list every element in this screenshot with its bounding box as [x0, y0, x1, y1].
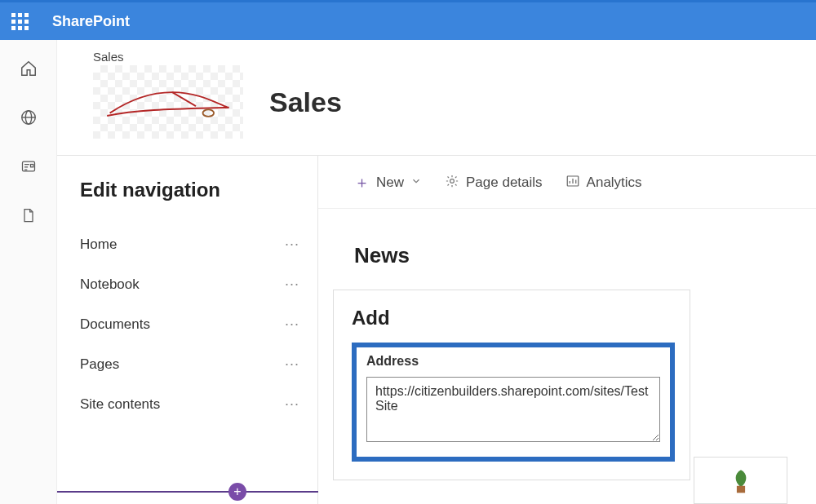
add-nav-item-button[interactable]: +: [228, 483, 246, 501]
news-icon[interactable]: [20, 157, 38, 175]
new-label: New: [376, 175, 404, 191]
ellipsis-icon[interactable]: ···: [285, 316, 299, 333]
address-input[interactable]: [366, 377, 660, 442]
nav-item-label: Site contents: [80, 396, 160, 413]
chart-icon: [565, 174, 580, 192]
nav-item-site-contents[interactable]: Site contents ···: [80, 384, 299, 424]
globe-icon[interactable]: [20, 108, 38, 126]
news-heading: News: [318, 209, 816, 290]
edit-navigation-panel: Edit navigation Home ··· Notebook ··· Do…: [57, 156, 318, 504]
ellipsis-icon[interactable]: ···: [285, 276, 299, 293]
svg-rect-3: [30, 165, 33, 167]
app-name-label[interactable]: SharePoint: [52, 13, 130, 30]
page-details-label: Page details: [466, 175, 543, 191]
address-highlight: Address: [352, 343, 675, 462]
svg-rect-7: [736, 486, 744, 493]
add-card-title: Add: [352, 307, 675, 329]
page-details-button[interactable]: Page details: [445, 174, 543, 192]
ellipsis-icon[interactable]: ···: [285, 356, 299, 373]
address-label: Address: [366, 354, 660, 369]
home-icon[interactable]: [20, 60, 38, 77]
app-launcher-button[interactable]: [0, 2, 39, 40]
nav-insert-line: [57, 491, 318, 493]
chevron-down-icon: [410, 175, 422, 191]
site-logo[interactable]: [93, 65, 243, 139]
svg-point-5: [450, 179, 455, 183]
plus-icon: +: [233, 485, 241, 498]
site-header: Sales Sales: [57, 40, 816, 156]
analytics-label: Analytics: [587, 175, 642, 191]
nav-item-label: Pages: [80, 356, 119, 373]
nav-item-label: Home: [80, 237, 117, 253]
nav-item-label: Notebook: [80, 276, 140, 293]
site-breadcrumb: Sales: [93, 50, 816, 64]
waffle-icon: [11, 13, 29, 30]
ellipsis-icon[interactable]: ···: [285, 396, 299, 413]
analytics-button[interactable]: Analytics: [565, 174, 642, 192]
file-icon[interactable]: [20, 206, 38, 224]
nav-panel-title: Edit navigation: [80, 179, 299, 201]
app-rail: [0, 40, 57, 504]
page-area: ＋ New Page details: [318, 156, 816, 504]
nav-item-home[interactable]: Home ···: [80, 224, 299, 264]
svg-point-4: [203, 109, 215, 117]
new-button[interactable]: ＋ New: [354, 172, 422, 193]
news-card-placeholder: [694, 457, 787, 504]
gear-icon: [445, 174, 459, 192]
nav-item-pages[interactable]: Pages ···: [80, 344, 299, 384]
command-bar: ＋ New Page details: [318, 172, 816, 209]
ellipsis-icon[interactable]: ···: [285, 236, 299, 253]
add-link-card: Add Address: [333, 290, 690, 480]
plant-icon: [727, 466, 755, 494]
suite-header: SharePoint: [0, 0, 816, 40]
nav-item-documents[interactable]: Documents ···: [80, 304, 299, 344]
plus-icon: ＋: [354, 172, 370, 193]
nav-item-label: Documents: [80, 316, 150, 333]
nav-item-notebook[interactable]: Notebook ···: [80, 264, 299, 304]
site-title: Sales: [269, 86, 342, 118]
